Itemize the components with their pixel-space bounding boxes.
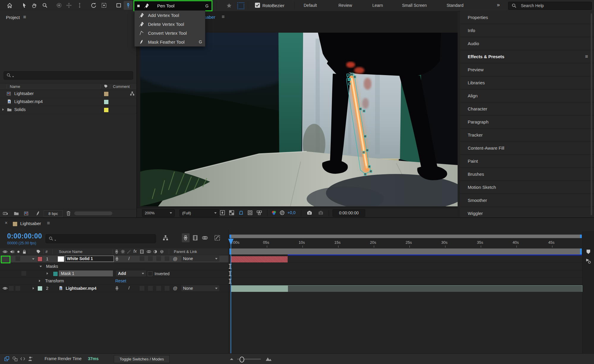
label-color-chip[interactable] <box>104 107 109 113</box>
transform-expand-chevron-icon[interactable] <box>39 280 40 282</box>
layer2-eye-icon[interactable] <box>2 286 8 291</box>
layer2-expand-chevron-icon[interactable] <box>33 287 34 289</box>
panel-tab-content-aware-fill[interactable]: Content-Aware Fill <box>460 142 594 154</box>
layer2-duration-bar[interactable] <box>231 285 582 292</box>
project-footer-scrollbar[interactable] <box>74 211 112 215</box>
composition-mini-flowchart-icon[interactable] <box>162 235 169 241</box>
fast-preview-icon[interactable] <box>219 210 226 216</box>
panel-tab-smoother[interactable]: Smoother <box>460 194 594 207</box>
region-of-interest-icon[interactable] <box>247 210 253 216</box>
layer2-label-chip[interactable] <box>37 286 42 291</box>
timeline-comp-tab[interactable]: Lightsaber <box>20 221 41 226</box>
right-panel-scrollbar[interactable] <box>591 13 592 215</box>
effects-presets-menu-icon[interactable]: ≡ <box>585 54 588 60</box>
label-color-chip[interactable] <box>104 99 109 105</box>
layer2-quality-icon[interactable]: / <box>128 285 130 290</box>
layer2-shy-icon[interactable] <box>114 286 119 291</box>
layer1-solo-cell[interactable] <box>15 256 20 261</box>
transform-reset-link[interactable]: Reset <box>115 278 126 283</box>
panel-tab-properties[interactable]: Properties <box>460 11 594 24</box>
mask1-row[interactable]: Mask 1 Add Inverted <box>0 270 229 277</box>
navigator-end-handle[interactable] <box>580 235 582 238</box>
menu-item-delete-vertex[interactable]: Delete Vertex Tool <box>135 20 205 29</box>
mask-visibility-icon[interactable] <box>238 210 244 216</box>
panel-tab-effects-presets[interactable]: Effects & Presets ≡ <box>460 50 594 63</box>
resolution-dropdown[interactable]: (Full) <box>179 209 219 217</box>
panel-tab-tracker[interactable]: Tracker <box>460 129 594 141</box>
interpret-footage-icon[interactable] <box>2 211 8 216</box>
mask1-expand-chevron-icon[interactable] <box>47 272 48 275</box>
work-area-bar[interactable] <box>229 249 582 254</box>
parent-link-column-label[interactable]: Parent & Link <box>174 249 197 254</box>
workspace-overflow-chevron[interactable]: » <box>497 2 500 8</box>
viewer-timecode-box[interactable]: 0:00:00:00 <box>333 209 365 217</box>
zoom-tool-icon[interactable] <box>42 2 48 8</box>
graph-editor-icon[interactable] <box>214 235 220 241</box>
composition-viewport[interactable] <box>140 33 458 206</box>
composition-tab-menu-icon[interactable]: ≡ <box>222 14 225 20</box>
label-column-icon[interactable] <box>103 84 108 89</box>
render-engine-icon[interactable] <box>35 211 41 216</box>
layer1-quality-icon[interactable]: / <box>128 256 130 261</box>
composition-tab-label[interactable]: saber <box>204 15 215 20</box>
mask-mode-dropdown[interactable]: Add <box>116 270 146 276</box>
project-row-lightsaber[interactable]: Lightsaber <box>0 90 136 98</box>
workspace-tab-small-screen[interactable]: Small Screen <box>402 3 427 8</box>
pen-tool-selected-row[interactable]: Pen Tool G <box>133 0 212 11</box>
zoom-out-mountain-icon[interactable] <box>229 356 234 362</box>
menu-item-mask-feather[interactable]: Mask Feather Tool G <box>135 37 205 46</box>
magnification-dropdown[interactable]: 200% <box>142 209 175 217</box>
layer1-name-edit-box[interactable]: White Solid 1 <box>65 256 114 262</box>
transparency-grid-icon[interactable] <box>229 210 235 216</box>
pen-tool-slot[interactable] <box>124 1 133 10</box>
work-area-end-handle[interactable] <box>580 249 582 254</box>
playhead-line[interactable] <box>231 238 231 354</box>
column-comment[interactable]: Comment <box>113 84 130 89</box>
orbit-camera-tool-icon[interactable] <box>56 2 62 8</box>
mask1-name-selected-box[interactable]: Mask 1 <box>59 270 113 276</box>
panel-tab-info[interactable]: Info <box>460 24 594 37</box>
timeline-zoom-slider-knob[interactable] <box>240 357 244 363</box>
workspace-tab-learn[interactable]: Learn <box>372 3 383 8</box>
frame-blend-icon[interactable] <box>192 235 198 241</box>
new-composition-icon[interactable] <box>23 211 29 216</box>
zoom-in-mountain-icon[interactable] <box>265 355 272 362</box>
layer1-parent-dropdown[interactable]: None <box>181 256 219 262</box>
layer-row-white-solid[interactable]: 1 White Solid 1 / @ None <box>0 255 229 262</box>
timeline-tab-menu-icon[interactable]: ≡ <box>47 220 50 226</box>
source-name-column-label[interactable]: Source Name <box>59 249 82 254</box>
dolly-camera-tool-icon[interactable] <box>77 2 83 8</box>
layer1-shy-icon[interactable] <box>114 256 119 261</box>
expression-arrows-icon[interactable] <box>20 356 26 362</box>
layer1-label-chip[interactable] <box>37 257 42 262</box>
expand-chevron-icon[interactable] <box>2 108 4 111</box>
snapshot-icon[interactable] <box>306 210 313 216</box>
comp-marker-icon[interactable] <box>585 249 592 255</box>
home-icon[interactable] <box>7 2 13 9</box>
search-help-box[interactable]: Search Help <box>508 2 592 10</box>
masks-group-row[interactable]: Masks <box>0 263 229 270</box>
toggle-switches-button[interactable]: Toggle Switches / Modes <box>114 355 170 363</box>
panel-tab-align[interactable]: Align <box>460 89 594 102</box>
column-name[interactable]: Name <box>10 84 20 89</box>
channel-color-icon[interactable] <box>271 210 277 216</box>
project-panel-title[interactable]: Project <box>6 15 20 20</box>
shy-person-icon[interactable] <box>27 356 34 362</box>
layer2-pickwhip-icon[interactable]: @ <box>173 286 177 291</box>
star-icon[interactable] <box>226 3 232 9</box>
panel-tab-libraries[interactable]: Libraries <box>460 76 594 89</box>
project-row-lightsaber-mp4[interactable]: Lightsaber.mp4 <box>0 98 136 106</box>
layer1-duration-bar[interactable] <box>231 256 288 262</box>
rotobezier-checkbox[interactable] <box>255 3 260 8</box>
panel-tab-paint[interactable]: Paint <box>460 155 594 167</box>
pan-camera-tool-icon[interactable] <box>66 2 72 8</box>
exposure-icon[interactable] <box>279 210 285 216</box>
view-layout-icon[interactable] <box>256 210 262 216</box>
workspace-tab-default[interactable]: Default <box>304 3 317 8</box>
label-color-chip[interactable] <box>104 91 109 96</box>
workspace-tab-review[interactable]: Review <box>338 3 352 8</box>
panel-tab-paragraph[interactable]: Paragraph <box>460 115 594 128</box>
selection-tool-icon[interactable] <box>21 2 27 8</box>
project-search-box[interactable] <box>4 71 133 80</box>
mask-inverted-checkbox[interactable] <box>148 271 152 276</box>
